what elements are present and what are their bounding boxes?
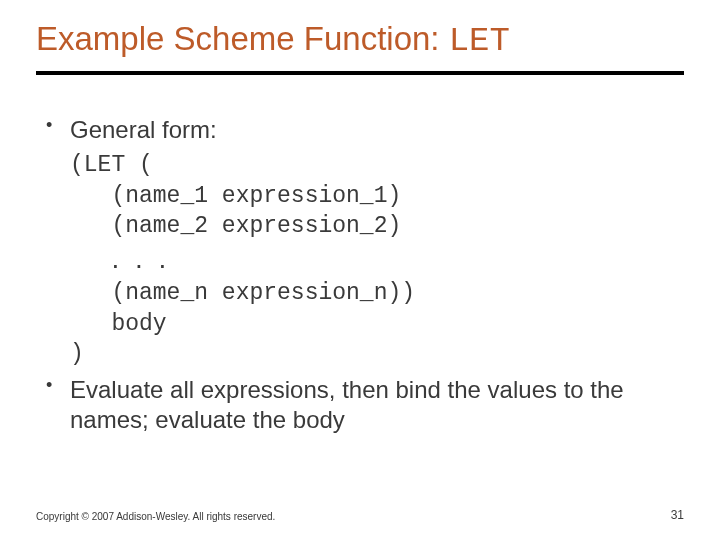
bullet-general-form-text: General form: xyxy=(70,116,217,143)
code-line-5: (name_n expression_n)) xyxy=(70,280,415,306)
bullet-evaluate: Evaluate all expressions, then bind the … xyxy=(44,375,684,434)
code-line-7: ) xyxy=(70,341,84,367)
bullet-evaluate-text: Evaluate all expressions, then bind the … xyxy=(70,376,624,432)
slide-title: Example Scheme Function: LET xyxy=(36,20,684,61)
page-number: 31 xyxy=(671,508,684,522)
title-rule xyxy=(36,71,684,75)
copyright-text: Copyright © 2007 Addison-Wesley. All rig… xyxy=(36,511,275,522)
title-mono: LET xyxy=(449,22,510,60)
footer: Copyright © 2007 Addison-Wesley. All rig… xyxy=(36,511,684,522)
code-ellipsis: . . . xyxy=(111,243,170,274)
code-line-3: (name_2 expression_2) xyxy=(70,213,401,239)
slide: Example Scheme Function: LET General for… xyxy=(0,0,720,540)
code-line-6: body xyxy=(70,311,167,337)
code-block: (LET ( (name_1 expression_1) (name_2 exp… xyxy=(70,150,684,369)
title-prefix: Example Scheme Function: xyxy=(36,20,449,57)
code-line-4-pre xyxy=(70,249,111,275)
bullet-list: General form: (LET ( (name_1 expression_… xyxy=(36,115,684,434)
code-line-1: (LET ( xyxy=(70,152,153,178)
bullet-general-form: General form: (LET ( (name_1 expression_… xyxy=(44,115,684,369)
code-line-2: (name_1 expression_1) xyxy=(70,183,401,209)
